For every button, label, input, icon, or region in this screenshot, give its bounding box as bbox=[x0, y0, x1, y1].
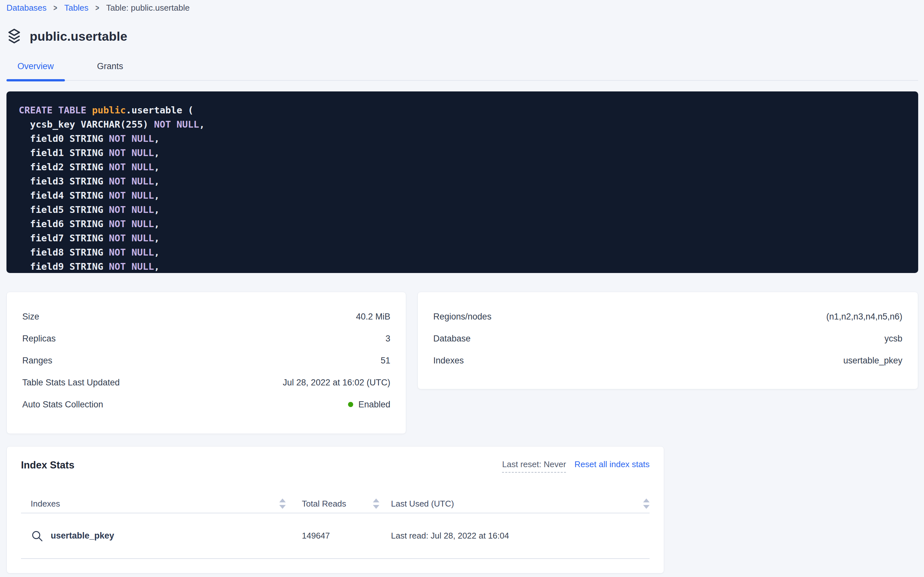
stat-value: (n1,n2,n3,n4,n5,n6) bbox=[826, 312, 902, 322]
tab-overview[interactable]: Overview bbox=[6, 61, 65, 80]
breadcrumb-separator: > bbox=[96, 3, 100, 13]
summary-cards-row: Size40.2 MiBReplicas3Ranges51Table Stats… bbox=[6, 292, 918, 434]
stat-label: Database bbox=[433, 334, 471, 344]
breadcrumb: Databases>Tables>Table: public.usertable bbox=[6, 3, 918, 13]
table-meta-card: Regions/nodes(n1,n2,n3,n4,n5,n6)Database… bbox=[418, 292, 918, 389]
last-reset-label: Last reset: Never bbox=[502, 459, 566, 473]
sql-line: field3 STRING NOT NULL, bbox=[19, 174, 905, 189]
index-stats-card: Index Stats Last reset: Never Reset all … bbox=[6, 446, 664, 574]
stat-value-text: usertable_pkey bbox=[843, 356, 902, 366]
sql-line: field1 STRING NOT NULL, bbox=[19, 146, 905, 160]
stat-row: Regions/nodes(n1,n2,n3,n4,n5,n6) bbox=[433, 306, 902, 327]
create-table-sql: CREATE TABLE public.usertable ( ycsb_key… bbox=[6, 92, 918, 273]
sort-icon[interactable] bbox=[643, 498, 649, 509]
stat-value-text: ycsb bbox=[884, 334, 902, 344]
stat-label: Size bbox=[22, 312, 39, 322]
stat-row: Indexesusertable_pkey bbox=[433, 350, 902, 372]
sort-icon[interactable] bbox=[373, 498, 379, 509]
page-content: Databases>Tables>Table: public.usertable… bbox=[0, 3, 924, 574]
stat-row: Size40.2 MiB bbox=[22, 306, 390, 327]
stat-row: Auto Stats CollectionEnabled bbox=[22, 393, 390, 416]
stat-value: Enabled bbox=[348, 400, 390, 409]
stat-value: ycsb bbox=[884, 334, 902, 344]
reset-index-stats-link[interactable]: Reset all index stats bbox=[574, 459, 649, 469]
stat-value: usertable_pkey bbox=[843, 356, 902, 366]
stat-row: Databaseycsb bbox=[433, 327, 902, 350]
index-name-link[interactable]: usertable_pkey bbox=[31, 530, 114, 542]
stat-value-text: (n1,n2,n3,n4,n5,n6) bbox=[826, 312, 902, 322]
column-header-last-used[interactable]: Last Used (UTC) bbox=[379, 498, 649, 509]
sql-line: field4 STRING NOT NULL, bbox=[19, 189, 905, 203]
sql-line: field7 STRING NOT NULL, bbox=[19, 231, 905, 245]
sql-line: field2 STRING NOT NULL, bbox=[19, 160, 905, 174]
stat-value-text: Enabled bbox=[358, 400, 390, 409]
search-icon bbox=[31, 530, 43, 542]
stat-row: Replicas3 bbox=[22, 327, 390, 350]
sort-icon[interactable] bbox=[279, 498, 286, 509]
stat-value-text: 51 bbox=[381, 356, 390, 366]
stat-value: 3 bbox=[386, 334, 390, 344]
stat-value-text: 3 bbox=[386, 334, 390, 344]
divider bbox=[21, 558, 649, 559]
stack-icon bbox=[6, 28, 22, 45]
table-row: usertable_pkey149647Last read: Jul 28, 2… bbox=[21, 513, 649, 558]
column-header-total-reads[interactable]: Total Reads bbox=[286, 498, 379, 509]
index-stats-header: Index Stats Last reset: Never Reset all … bbox=[21, 459, 649, 473]
stat-value: 40.2 MiB bbox=[356, 312, 390, 322]
page-title: public.usertable bbox=[30, 29, 127, 44]
sql-line: CREATE TABLE public.usertable ( bbox=[19, 103, 905, 117]
column-header-indexes[interactable]: Indexes bbox=[21, 498, 286, 509]
stat-label: Regions/nodes bbox=[433, 312, 492, 322]
breadcrumb-item-tables[interactable]: Tables bbox=[64, 3, 88, 13]
sql-line: ycsb_key VARCHAR(255) NOT NULL, bbox=[19, 117, 905, 132]
sql-line: field0 STRING NOT NULL, bbox=[19, 132, 905, 146]
sql-line: field9 STRING NOT NULL, bbox=[19, 259, 905, 273]
index-name: usertable_pkey bbox=[51, 531, 114, 541]
breadcrumb-item-databases[interactable]: Databases bbox=[6, 3, 47, 13]
tab-bar: OverviewGrants bbox=[6, 61, 918, 81]
breadcrumb-separator: > bbox=[54, 3, 58, 13]
stat-row: Ranges51 bbox=[22, 350, 390, 372]
stat-label: Indexes bbox=[433, 356, 464, 366]
index-table-body: usertable_pkey149647Last read: Jul 28, 2… bbox=[21, 513, 649, 559]
stat-label: Ranges bbox=[22, 356, 52, 366]
breadcrumb-item-table-public-usertable: Table: public.usertable bbox=[106, 3, 190, 13]
stat-value: Jul 28, 2022 at 16:02 (UTC) bbox=[283, 378, 390, 388]
index-stats-title: Index Stats bbox=[21, 459, 74, 472]
stat-value-text: Jul 28, 2022 at 16:02 (UTC) bbox=[283, 378, 390, 388]
table-stats-card: Size40.2 MiBReplicas3Ranges51Table Stats… bbox=[6, 292, 406, 434]
stat-label: Replicas bbox=[22, 334, 56, 344]
index-stats-actions: Last reset: Never Reset all index stats bbox=[502, 459, 649, 473]
stat-label: Auto Stats Collection bbox=[22, 400, 103, 409]
stat-value: 51 bbox=[381, 356, 390, 366]
status-dot-icon bbox=[348, 402, 353, 407]
stat-label: Table Stats Last Updated bbox=[22, 378, 120, 388]
stat-value-text: 40.2 MiB bbox=[356, 312, 390, 322]
last-used-value: Last read: Jul 28, 2022 at 16:04 bbox=[391, 531, 509, 541]
stat-row: Table Stats Last UpdatedJul 28, 2022 at … bbox=[22, 372, 390, 393]
sql-line: field5 STRING NOT NULL, bbox=[19, 203, 905, 217]
page-header: public.usertable bbox=[6, 26, 918, 47]
total-reads-value: 149647 bbox=[302, 531, 330, 541]
index-table-header: Indexes Total Reads Last Used (UTC) bbox=[21, 495, 649, 513]
tab-grants[interactable]: Grants bbox=[86, 61, 134, 80]
sql-line: field6 STRING NOT NULL, bbox=[19, 217, 905, 231]
sql-line: field8 STRING NOT NULL, bbox=[19, 245, 905, 259]
